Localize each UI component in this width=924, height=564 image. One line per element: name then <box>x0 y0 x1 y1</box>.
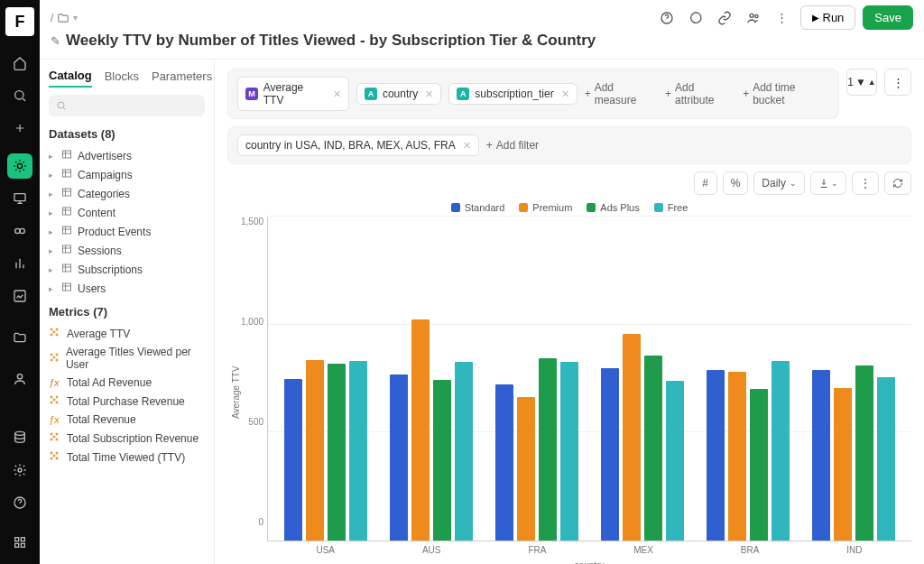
bar[interactable] <box>750 389 768 541</box>
bar[interactable] <box>517 397 535 541</box>
breadcrumb[interactable]: / ▾ <box>51 12 78 24</box>
more-icon[interactable]: ⋮ <box>772 7 793 29</box>
tab-blocks[interactable]: Blocks <box>105 69 139 87</box>
toolbar-percent-button[interactable]: % <box>723 171 749 195</box>
bar[interactable] <box>455 362 473 541</box>
remove-icon[interactable]: ✕ <box>561 88 569 100</box>
toolbar-download-button[interactable]: ⌄ <box>810 171 846 195</box>
add-attribute-button[interactable]: + Add attribute <box>665 81 735 106</box>
bar[interactable] <box>560 362 578 541</box>
help-icon[interactable] <box>656 7 678 29</box>
bar[interactable] <box>877 377 895 541</box>
svg-point-44 <box>56 439 58 440</box>
toolbar-number-button[interactable]: # <box>694 171 717 195</box>
dataset-item[interactable]: ▸Content <box>49 203 205 222</box>
table-icon <box>61 149 72 162</box>
filter-pill[interactable]: country in USA, IND, BRA, MEX, AUS, FRA✕ <box>237 134 479 156</box>
share-link-icon[interactable] <box>714 7 735 29</box>
add-filter-button[interactable]: + Add filter <box>486 139 539 152</box>
sidebar-search[interactable] <box>49 95 205 116</box>
people-icon[interactable] <box>743 7 764 29</box>
dataset-item[interactable]: ▸Categories <box>49 184 205 203</box>
nav-database-icon[interactable] <box>7 425 32 450</box>
bar[interactable] <box>623 334 641 541</box>
toolbar-granularity-select[interactable]: Daily ⌄ <box>753 171 805 195</box>
dataset-item[interactable]: ▸Users <box>49 279 205 298</box>
bar[interactable] <box>707 370 725 541</box>
bar[interactable] <box>306 360 324 541</box>
metric-name: Total Time Viewed (TTV) <box>67 451 185 464</box>
pill-measure[interactable]: MAverage TTV✕ <box>237 77 349 111</box>
bar[interactable] <box>601 368 619 541</box>
query-menu-button[interactable]: ⋮ <box>884 69 911 96</box>
bar[interactable] <box>834 388 852 541</box>
remove-icon[interactable]: ✕ <box>425 88 433 100</box>
add-measure-button[interactable]: + Add measure <box>585 81 658 106</box>
bar[interactable] <box>349 361 367 541</box>
metric-item[interactable]: Total Purchase Revenue <box>49 392 205 411</box>
nav-link-icon[interactable] <box>7 218 32 244</box>
svg-point-50 <box>53 455 55 457</box>
y-tick: 500 <box>241 417 263 427</box>
dataset-item[interactable]: ▸Sessions <box>49 241 205 260</box>
metric-item[interactable]: Average Titles Viewed per User <box>49 343 205 374</box>
comment-icon[interactable] <box>685 7 707 29</box>
run-button[interactable]: ▶Run <box>800 5 856 30</box>
bar[interactable] <box>411 319 430 541</box>
metric-item[interactable]: ƒxTotal Revenue <box>49 411 205 429</box>
dataset-item[interactable]: ▸Campaigns <box>49 165 205 184</box>
bar[interactable] <box>728 372 746 541</box>
dataset-name: Users <box>78 282 106 295</box>
tab-parameters[interactable]: Parameters <box>152 69 212 87</box>
legend-item[interactable]: Ads Plus <box>587 202 639 213</box>
legend-item[interactable]: Standard <box>451 202 505 213</box>
bar[interactable] <box>284 379 302 541</box>
nav-present-icon[interactable] <box>7 186 32 211</box>
nav-settings-icon[interactable] <box>7 458 32 483</box>
bar[interactable] <box>855 365 873 541</box>
nav-folder-icon[interactable] <box>7 325 32 350</box>
nav-bars-icon[interactable] <box>7 251 32 276</box>
bar[interactable] <box>812 370 830 541</box>
nav-home-icon[interactable] <box>7 51 32 76</box>
bar-group <box>812 365 895 541</box>
legend-item[interactable]: Premium <box>519 202 572 213</box>
filter-count-button[interactable]: 1 ▼▲ <box>846 69 877 96</box>
bar[interactable] <box>644 356 662 541</box>
toolbar-more-button[interactable]: ⋮ <box>852 171 879 195</box>
svg-rect-20 <box>63 189 71 196</box>
bar[interactable] <box>539 358 557 541</box>
bar[interactable] <box>433 380 451 541</box>
pill-attr-country[interactable]: Acountry✕ <box>356 83 441 105</box>
dataset-item[interactable]: ▸Product Events <box>49 222 205 241</box>
bar[interactable] <box>666 381 684 541</box>
metric-item[interactable]: Average TTV <box>49 324 205 343</box>
bar[interactable] <box>495 384 513 541</box>
metric-item[interactable]: Total Subscription Revenue <box>49 429 205 448</box>
tab-catalog[interactable]: Catalog <box>49 69 92 88</box>
nav-explore-icon[interactable] <box>7 153 32 179</box>
pill-attr-tier[interactable]: Asubscription_tier✕ <box>448 83 577 105</box>
y-tick: 1,000 <box>241 317 263 327</box>
bar[interactable] <box>328 364 346 541</box>
nav-apps-icon[interactable] <box>7 530 32 555</box>
bar[interactable] <box>772 361 790 541</box>
remove-icon[interactable]: ✕ <box>463 140 471 152</box>
nav-chart-icon[interactable] <box>7 283 32 309</box>
legend-item[interactable]: Free <box>654 202 688 213</box>
save-button[interactable]: Save <box>863 5 913 30</box>
nav-add-icon[interactable] <box>7 116 32 141</box>
svg-rect-24 <box>63 264 71 272</box>
nav-help-icon[interactable] <box>7 490 32 515</box>
metric-icon <box>49 394 61 408</box>
nav-search-icon[interactable] <box>7 83 32 108</box>
remove-icon[interactable]: ✕ <box>333 88 341 100</box>
dataset-item[interactable]: ▸Subscriptions <box>49 260 205 279</box>
toolbar-refresh-button[interactable] <box>884 171 911 195</box>
metric-item[interactable]: ƒxTotal Ad Revenue <box>49 374 205 392</box>
nav-user-icon[interactable] <box>7 366 32 392</box>
dataset-item[interactable]: ▸Advertisers <box>49 146 205 165</box>
bar[interactable] <box>390 374 408 541</box>
metric-item[interactable]: Total Time Viewed (TTV) <box>49 448 205 467</box>
add-time-bucket-button[interactable]: + Add time bucket <box>743 81 829 106</box>
